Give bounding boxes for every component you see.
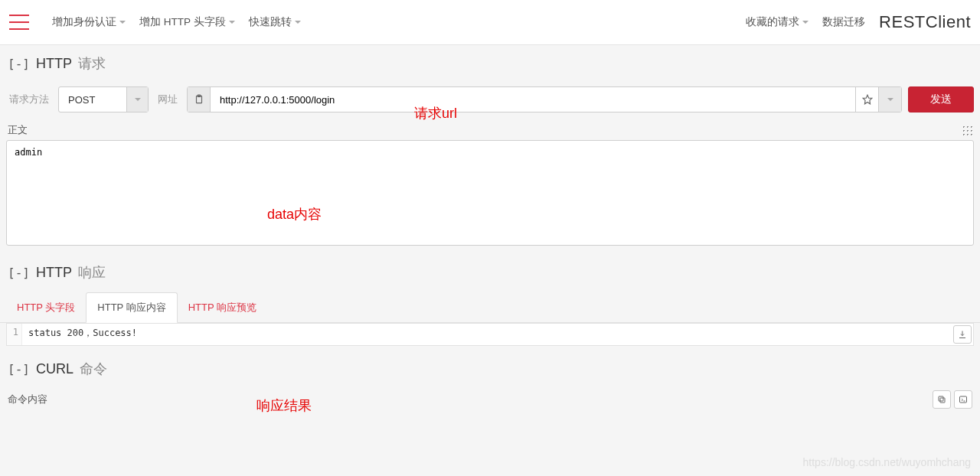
brand-label: RESTClient bbox=[879, 12, 971, 32]
section-curl-title: CURL bbox=[36, 361, 74, 377]
top-bar: 增加身份认证 增加 HTTP 头字段 快速跳转 收藏的请求 数据迁移 RESTC… bbox=[0, 0, 980, 44]
caret-down-icon bbox=[119, 21, 126, 24]
method-label: 请求方法 bbox=[9, 93, 49, 106]
section-curl-header: [-] CURL 命令 bbox=[0, 350, 980, 386]
paste-icon-box[interactable] bbox=[188, 87, 211, 112]
download-icon bbox=[958, 330, 967, 339]
paste-icon bbox=[194, 94, 204, 105]
svg-rect-4 bbox=[939, 396, 943, 401]
star-icon bbox=[862, 94, 873, 105]
section-response-header: [-] HTTP 响应 bbox=[0, 254, 980, 289]
send-button[interactable]: 发送 bbox=[908, 86, 974, 112]
caret-down-icon bbox=[135, 98, 141, 101]
toggle-request[interactable]: [-] bbox=[8, 57, 30, 71]
grip-icon[interactable] bbox=[962, 125, 972, 135]
curl-buttons bbox=[933, 390, 972, 409]
top-left: 增加身份认证 增加 HTTP 头字段 快速跳转 bbox=[9, 15, 301, 30]
run-curl-button[interactable] bbox=[954, 390, 972, 409]
toggle-response[interactable]: [-] bbox=[8, 266, 30, 280]
menu-burger-icon[interactable] bbox=[9, 15, 29, 30]
method-select-caret[interactable] bbox=[126, 87, 148, 112]
toggle-curl[interactable]: [-] bbox=[8, 362, 30, 377]
svg-rect-5 bbox=[960, 396, 967, 403]
response-text: status 200，Success! bbox=[22, 324, 952, 345]
menu-headers[interactable]: 增加 HTTP 头字段 bbox=[139, 15, 235, 29]
method-select-wrap: POST bbox=[58, 86, 149, 112]
section-request-title: HTTP bbox=[36, 56, 72, 72]
url-label: 网址 bbox=[158, 93, 178, 106]
caret-down-icon bbox=[229, 21, 235, 24]
curl-row: 命令内容 bbox=[0, 386, 980, 412]
watermark: https://blog.csdn.net/wuyomhchang bbox=[803, 456, 971, 468]
section-request-subtitle: 请求 bbox=[78, 54, 106, 73]
section-response-title: HTTP bbox=[36, 265, 72, 281]
tab-headers[interactable]: HTTP 头字段 bbox=[6, 293, 86, 322]
body-label: 正文 bbox=[8, 123, 28, 137]
top-right: 收藏的请求 数据迁移 RESTClient bbox=[746, 12, 971, 32]
copy-curl-button[interactable] bbox=[933, 390, 951, 409]
curl-content-label: 命令内容 bbox=[8, 393, 47, 406]
section-response-subtitle: 响应 bbox=[78, 263, 106, 282]
svg-rect-3 bbox=[940, 398, 945, 403]
terminal-icon bbox=[959, 395, 968, 404]
download-button[interactable] bbox=[953, 325, 972, 344]
url-history-caret[interactable] bbox=[878, 87, 901, 112]
request-row: 请求方法 POST 网址 发送 bbox=[0, 80, 980, 119]
menu-auth-label: 增加身份认证 bbox=[52, 15, 116, 29]
caret-down-icon bbox=[887, 98, 893, 101]
caret-down-icon bbox=[295, 21, 301, 24]
method-select[interactable]: POST bbox=[59, 87, 126, 112]
tab-preview[interactable]: HTTP 响应预览 bbox=[178, 293, 267, 322]
menu-jump-label: 快速跳转 bbox=[249, 15, 292, 29]
menu-auth[interactable]: 增加身份认证 bbox=[52, 15, 126, 29]
line-number: 1 bbox=[7, 324, 22, 345]
url-group bbox=[187, 86, 902, 112]
caret-down-icon bbox=[802, 21, 808, 24]
menu-fav-label: 收藏的请求 bbox=[746, 15, 799, 29]
request-body-textarea[interactable] bbox=[6, 140, 974, 246]
menu-jump[interactable]: 快速跳转 bbox=[249, 15, 301, 29]
body-label-row: 正文 bbox=[0, 119, 980, 140]
menu-headers-label: 增加 HTTP 头字段 bbox=[139, 15, 226, 29]
tab-content[interactable]: HTTP 响应内容 bbox=[86, 292, 177, 323]
url-input[interactable] bbox=[211, 87, 855, 112]
section-request-header: [-] HTTP 请求 bbox=[0, 45, 980, 80]
menu-migrate-label: 数据迁移 bbox=[822, 15, 865, 29]
menu-favorites[interactable]: 收藏的请求 bbox=[746, 15, 808, 29]
svg-marker-2 bbox=[863, 95, 872, 104]
response-tabs: HTTP 头字段 HTTP 响应内容 HTTP 响应预览 bbox=[0, 292, 980, 323]
copy-icon bbox=[937, 395, 946, 404]
fav-star-button[interactable] bbox=[855, 87, 878, 112]
response-body: 1 status 200，Success! bbox=[6, 323, 974, 346]
section-curl-subtitle: 命令 bbox=[80, 360, 107, 378]
menu-migrate[interactable]: 数据迁移 bbox=[822, 15, 865, 29]
